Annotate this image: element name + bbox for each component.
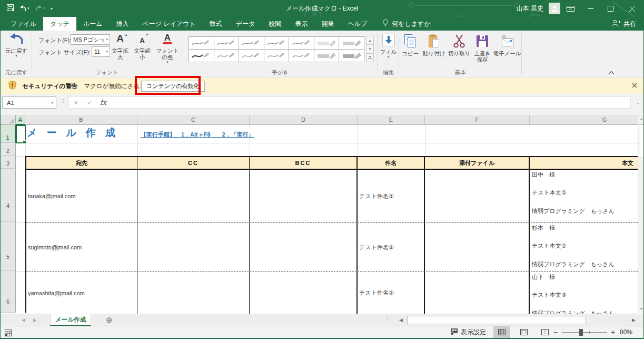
cell-to[interactable]: yamashita@jmail.com <box>26 272 137 314</box>
normal-view-button[interactable] <box>493 326 510 338</box>
header-to[interactable]: 宛先 <box>26 157 137 169</box>
redo-button[interactable]: ▾ <box>35 5 45 12</box>
font-size-combo[interactable]: 11 ▾ <box>92 46 110 57</box>
highlighter-swatch[interactable] <box>339 37 364 49</box>
cell-subject[interactable]: テスト件名③ <box>358 272 425 314</box>
collapse-ribbon-button[interactable] <box>606 67 617 75</box>
cell-body[interactable]: 田中 様 テスト本文① 情弱プログラミング もっさん <box>530 170 638 222</box>
column-header-a[interactable]: A <box>16 115 25 125</box>
fill-button[interactable]: フィル ▾ <box>378 34 399 59</box>
pen-swatch[interactable] <box>264 37 289 49</box>
confirm-entry-icon[interactable]: ✓ <box>83 99 96 106</box>
tab-view[interactable]: 表示 <box>288 17 314 31</box>
vertical-scrollbar[interactable]: ▲ ▼ <box>638 115 643 313</box>
shrink-font-button[interactable]: A▼ 文字縮小 <box>132 33 153 60</box>
pen-swatch[interactable] <box>239 50 264 62</box>
pen-swatch[interactable] <box>264 50 289 62</box>
cell-bcc[interactable] <box>250 272 358 314</box>
formula-input[interactable] <box>110 97 630 108</box>
zoom-level-label[interactable]: 80% <box>620 326 632 338</box>
header-subject[interactable]: 件名 <box>358 157 425 169</box>
security-bar-close-icon[interactable] <box>632 82 637 90</box>
maximize-button[interactable] <box>600 0 620 17</box>
cell-cc[interactable] <box>137 170 250 222</box>
insert-function-icon[interactable]: fx <box>96 99 110 106</box>
user-avatar[interactable] <box>549 3 560 14</box>
cell-attachment[interactable] <box>425 223 530 272</box>
pen-swatch[interactable] <box>189 50 214 62</box>
horizontal-scroll-thumb[interactable] <box>407 316 586 324</box>
cell-body[interactable]: 山下 様 テスト本文③ 情弱プログラミング もっさん <box>530 272 638 314</box>
sheet-nav-left-icon[interactable]: ◀ <box>22 317 25 323</box>
row-header-1[interactable]: 1 <box>1 125 16 143</box>
font-color-button[interactable]: A フォントの色 ▾ <box>155 33 180 64</box>
pen-swatch[interactable] <box>214 37 239 49</box>
tab-page-layout[interactable]: ページ レイアウト <box>136 17 203 31</box>
enable-content-button[interactable]: コンテンツの有効化 <box>141 81 205 92</box>
cell-c1-instructions[interactable]: 【実行手順】 1．Alt＋F8 2．「実行」 <box>141 131 254 139</box>
select-all-corner[interactable] <box>1 115 16 125</box>
expand-formula-bar-icon[interactable]: ⌄ <box>636 100 640 105</box>
cell-bcc[interactable] <box>250 170 358 222</box>
pen-swatch[interactable] <box>289 50 314 62</box>
pen-swatch[interactable] <box>189 37 214 49</box>
zoom-in-button[interactable]: + <box>611 326 615 338</box>
highlighter-swatch[interactable] <box>314 37 339 49</box>
column-header-b[interactable]: B <box>25 115 137 125</box>
save-icon[interactable] <box>7 4 14 13</box>
header-body[interactable]: 本文 <box>530 157 638 169</box>
tab-insert[interactable]: 挿入 <box>110 17 136 31</box>
pen-swatch[interactable] <box>289 37 314 49</box>
zoom-slider-thumb[interactable] <box>579 329 583 336</box>
cell-cc[interactable] <box>137 272 250 314</box>
cell-subject[interactable]: テスト件名① <box>358 170 425 222</box>
highlighter-swatch[interactable] <box>314 50 339 62</box>
selected-cell-a1[interactable] <box>16 125 26 143</box>
hscroll-left-icon[interactable]: ◀ <box>399 317 403 323</box>
vertical-scroll-thumb[interactable] <box>639 124 643 158</box>
row-header-6[interactable]: 6 <box>1 271 16 313</box>
hscroll-right-icon[interactable]: ▶ <box>632 317 636 323</box>
minimize-button[interactable] <box>580 0 600 17</box>
row-header-5[interactable]: 5 <box>1 222 16 271</box>
tell-me-search[interactable]: 何をしますか <box>382 17 430 31</box>
column-header-e[interactable]: E <box>358 115 425 125</box>
row-header-2[interactable]: 2 <box>1 143 16 156</box>
row-header-3[interactable]: 3 <box>1 156 16 169</box>
undo-big-button[interactable]: 元に戻す ▾ <box>1 33 32 58</box>
customize-qat-caret-icon[interactable]: ▾ <box>51 6 53 11</box>
sheet-tab-mail[interactable]: メール作成 <box>50 314 91 326</box>
sheet-nav-right-icon[interactable]: ▶ <box>33 317 37 323</box>
column-header-c[interactable]: C <box>137 115 250 125</box>
cancel-entry-icon[interactable]: × <box>69 99 83 107</box>
header-cc[interactable]: CC <box>137 157 250 169</box>
new-sheet-button[interactable]: ⊕ <box>106 315 113 325</box>
cell-attachment[interactable] <box>425 272 530 314</box>
highlighter-swatch[interactable] <box>339 50 364 62</box>
header-bcc[interactable]: BCC <box>250 157 358 169</box>
zoom-out-button[interactable]: − <box>553 326 558 338</box>
tab-home[interactable]: ホーム <box>76 17 110 31</box>
column-header-d[interactable]: D <box>250 115 358 125</box>
header-attachment[interactable]: 添付ファイル <box>425 157 530 169</box>
cell-attachment[interactable] <box>425 170 530 222</box>
font-name-combo[interactable]: MS Pゴシック ▾ <box>71 34 110 45</box>
macro-recording-icon[interactable] <box>5 329 12 338</box>
undo-button[interactable]: ▾ <box>19 5 29 12</box>
cell-b1-title[interactable]: メール作成 <box>27 126 125 140</box>
tab-scroll-splitter[interactable]: ⋮ <box>385 317 390 319</box>
cell-cc[interactable] <box>137 223 250 272</box>
column-header-f[interactable]: F <box>425 115 530 125</box>
cell-bcc[interactable] <box>250 223 358 272</box>
pen-swatch[interactable] <box>239 37 264 49</box>
cell-subject[interactable]: テスト件名② <box>358 223 425 272</box>
tab-file[interactable]: ファイル <box>4 17 43 31</box>
row-header-4[interactable]: 4 <box>1 169 16 222</box>
share-button[interactable]: 共有 <box>612 17 636 31</box>
scroll-up-icon[interactable]: ▲ <box>638 117 643 121</box>
grow-font-button[interactable]: A▲ 文字拡大 <box>110 33 131 60</box>
gallery-more-button[interactable]: ▼ <box>366 53 374 62</box>
tab-formulas[interactable]: 数式 <box>203 17 229 31</box>
ribbon-display-options-button[interactable] <box>560 0 580 17</box>
close-button[interactable] <box>620 0 643 17</box>
